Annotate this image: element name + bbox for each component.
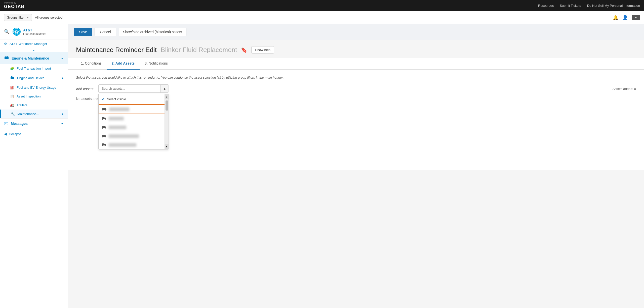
top-nav-links: Resources Submit Tickets Do Not Sell My … — [538, 4, 640, 8]
dropdown-item-2[interactable] — [99, 114, 169, 123]
content-area: Save Cancel Show/hide archived (historic… — [68, 24, 644, 308]
truck-icon-3 — [102, 125, 106, 129]
page-title-sub: Blinker Fluid Replacement — [161, 46, 237, 54]
dropdown-scroll-down[interactable]: ▼ — [165, 144, 169, 149]
fuel-icon: ⛽ — [10, 86, 14, 89]
svg-point-14 — [102, 119, 103, 120]
groups-filter-label: Groups filter — [7, 16, 25, 19]
geotab-logo: Powered by GEOTAB — [4, 2, 25, 9]
dropdown-item-5[interactable] — [99, 140, 169, 149]
dropdown-item-3-text — [109, 126, 126, 129]
svg-rect-7 — [11, 77, 14, 79]
show-help-button[interactable]: Show help — [251, 46, 274, 54]
do-not-sell-link[interactable]: Do Not Sell My Personal Information — [587, 4, 640, 8]
svg-point-21 — [105, 136, 106, 137]
svg-point-24 — [105, 145, 106, 146]
trailer-icon: 🚛 — [10, 103, 14, 107]
add-assets-description: Select the assets you would like to atta… — [76, 76, 636, 79]
groups-filter-button[interactable]: Groups filter ▼ — [4, 14, 32, 21]
sidebar-engine-header[interactable]: Engine & Maintenance ▲ — [0, 52, 68, 64]
svg-point-17 — [102, 128, 103, 129]
sidebar-company-info: AT&T Fleet Management — [23, 28, 46, 35]
bell-icon[interactable]: 🔔 — [613, 15, 618, 20]
engine-device-arrow-icon: ▶ — [62, 76, 64, 80]
collapse-label: Collapse — [9, 132, 22, 136]
search-container: ▲ ▲ ▼ — [98, 84, 169, 93]
tabs: 1. Conditions 2. Add Assets 3. Notificat… — [68, 58, 644, 70]
svg-rect-4 — [5, 57, 9, 59]
engine-section-title: Engine & Maintenance — [12, 56, 58, 60]
messages-section-title: Messages — [11, 122, 58, 126]
sidebar-company-name: AT&T — [23, 28, 46, 32]
add-assets-section: Select the assets you would like to atta… — [68, 70, 644, 170]
svg-point-0 — [13, 28, 20, 35]
save-button[interactable]: Save — [74, 28, 92, 36]
check-circle-icon: ✔ — [102, 97, 105, 101]
collapse-arrow-icon: ◀ — [4, 132, 7, 136]
svg-point-23 — [102, 145, 103, 146]
dropdown-item-3[interactable] — [99, 123, 169, 132]
sidebar-item-maintenance[interactable]: 🔧 Maintenance... ▶ — [0, 110, 68, 118]
svg-point-18 — [105, 128, 106, 129]
assets-added-label: Assets added: 0 — [613, 84, 636, 91]
svg-rect-13 — [102, 117, 104, 119]
sidebar-item-asset-inspection[interactable]: 📋 Asset Inspection — [0, 92, 68, 101]
sidebar-messages-header[interactable]: ✉️ Messages ▼ — [0, 119, 68, 129]
sidebar-section-engine: Engine & Maintenance ▲ 🧩 Fuel Transactio… — [0, 52, 68, 119]
user-icon[interactable]: 👤 — [622, 15, 628, 20]
dropdown-item-4-text — [109, 134, 139, 138]
tab-add-assets[interactable]: 2. Add Assets — [107, 58, 140, 70]
bookmark-icon[interactable]: 🔖 — [241, 47, 247, 53]
dropdown-item-1[interactable] — [99, 104, 169, 114]
workforce-icon: ⚙ — [4, 42, 7, 46]
tab-conditions[interactable]: 1. Conditions — [76, 58, 107, 70]
submit-tickets-link[interactable]: Submit Tickets — [560, 4, 581, 8]
groups-all-selected-text: All groups selected — [35, 16, 63, 19]
engine-section-arrow-icon: ▲ — [61, 57, 64, 60]
search-assets-input[interactable] — [99, 85, 160, 92]
sidebar-item-workforce[interactable]: ⚙ AT&T Workforce Manager — [0, 39, 68, 48]
svg-rect-19 — [102, 135, 104, 137]
svg-rect-22 — [102, 143, 104, 145]
search-up-button[interactable]: ▲ — [160, 85, 169, 92]
svg-rect-16 — [102, 126, 104, 128]
toolbar: Save Cancel Show/hide archived (historic… — [68, 24, 644, 40]
dropdown-item-4[interactable] — [99, 132, 169, 140]
svg-point-11 — [102, 110, 103, 111]
svg-point-20 — [102, 136, 103, 137]
add-assets-row: Add assets: ▲ ▲ — [76, 84, 636, 93]
dropdown-scroll-up[interactable]: ▲ — [165, 94, 169, 99]
archive-button[interactable]: Show/hide archived (historical) assets — [119, 28, 186, 36]
svg-point-15 — [105, 119, 106, 120]
page-header: Maintenance Reminder Edit Blinker Fluid … — [68, 40, 644, 54]
messages-arrow-icon: ▼ — [61, 122, 64, 125]
search-icon[interactable]: 🔍 — [4, 29, 10, 34]
page-title-main: Maintenance Reminder Edit — [76, 46, 157, 54]
truck-icon-2 — [102, 116, 106, 121]
sidebar-collapse-button[interactable]: ◀ Collapse — [0, 129, 68, 139]
user-dropdown-label: ▼ — [634, 16, 637, 19]
sidebar-item-fuel-transaction[interactable]: 🧩 Fuel Transaction Import — [0, 64, 68, 73]
cancel-button[interactable]: Cancel — [95, 28, 116, 36]
dropdown-item-2-text — [109, 117, 124, 120]
resources-link[interactable]: Resources — [538, 4, 554, 8]
dropdown-item-5-text — [109, 143, 136, 147]
dropdown-select-visible[interactable]: ✔ Select visible — [99, 94, 169, 104]
puzzle-icon: 🧩 — [10, 67, 14, 70]
sidebar-collapse-top[interactable]: ▲ — [0, 48, 68, 52]
engine-icon — [10, 75, 15, 81]
truck-icon-1 — [102, 107, 107, 111]
svg-rect-10 — [102, 108, 105, 110]
svg-point-12 — [105, 110, 106, 111]
svg-rect-6 — [7, 56, 8, 57]
sidebar-item-trailers[interactable]: 🚛 Trailers — [0, 101, 68, 110]
sidebar-item-fuel-ev[interactable]: ⛽ Fuel and EV Energy Usage — [0, 83, 68, 92]
sidebar-item-engine-device[interactable]: Engine and Device... ▶ — [0, 73, 68, 83]
search-input-wrapper: ▲ — [98, 84, 169, 93]
sidebar-brand: AT&T Fleet Management — [12, 27, 46, 36]
groups-bar: Groups filter ▼ All groups selected 🔔 👤 … — [0, 11, 644, 24]
user-dropdown[interactable]: ▼ — [632, 15, 640, 20]
tab-notifications[interactable]: 3. Notifications — [140, 58, 173, 70]
assets-dropdown: ▲ ▼ ✔ Select visible — [98, 94, 169, 149]
add-assets-label: Add assets: — [76, 84, 94, 91]
